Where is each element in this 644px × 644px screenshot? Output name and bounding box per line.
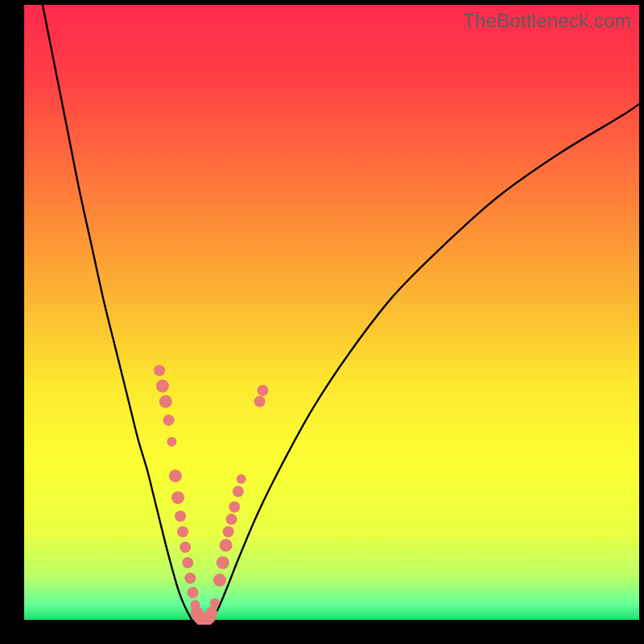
data-marker bbox=[171, 491, 184, 504]
data-marker bbox=[167, 437, 176, 447]
data-marker bbox=[154, 365, 165, 376]
data-marker bbox=[257, 385, 268, 396]
chart-frame: TheBottleneck.com bbox=[0, 0, 644, 644]
plot-area: TheBottleneck.com bbox=[24, 5, 639, 625]
data-marker bbox=[220, 539, 233, 551]
curve-path bbox=[43, 5, 639, 625]
data-marker bbox=[177, 526, 188, 538]
data-marker bbox=[225, 514, 237, 525]
data-marker bbox=[213, 574, 226, 587]
data-marker bbox=[229, 502, 240, 513]
data-marker bbox=[163, 415, 175, 426]
bottleneck-curve bbox=[24, 5, 639, 625]
data-marker bbox=[233, 485, 244, 497]
data-marker bbox=[223, 526, 234, 538]
data-marker bbox=[187, 587, 198, 598]
data-marker bbox=[217, 556, 229, 569]
data-marker bbox=[254, 396, 266, 407]
data-marker bbox=[175, 510, 186, 522]
data-marker bbox=[156, 380, 169, 393]
data-marker bbox=[159, 395, 172, 408]
watermark-text: TheBottleneck.com bbox=[463, 10, 631, 32]
data-marker bbox=[210, 598, 220, 608]
data-marker bbox=[184, 572, 196, 584]
data-marker bbox=[237, 474, 246, 484]
data-marker bbox=[169, 469, 182, 482]
data-marker bbox=[182, 557, 193, 568]
data-marker bbox=[206, 607, 217, 618]
data-marker bbox=[180, 542, 191, 553]
